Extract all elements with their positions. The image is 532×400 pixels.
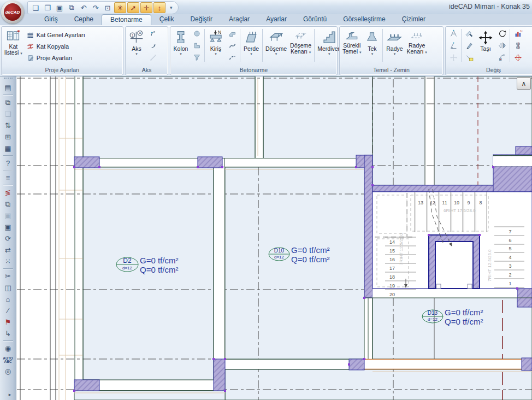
properties-window-icon[interactable]: ▤ [2,82,14,93]
extend-icon[interactable]: ∕ [2,305,14,316]
proje-ayarlari-button[interactable]: Proje Ayarları [24,52,87,63]
ribbon-tab[interactable]: Cephe [66,14,102,25]
label-tag-button[interactable] [463,52,476,63]
snap-point-toggle[interactable]: ➚ [127,2,139,13]
ribbon-tab[interactable]: Çizimler [394,14,434,25]
move-objects-icon[interactable]: ⇅ [2,120,14,131]
polygon-column-button[interactable] [190,40,203,51]
pick-table-icon[interactable]: ▦ [2,143,14,154]
mirror-button[interactable] [495,40,509,51]
stretch-button[interactable] [511,52,524,63]
node-move-icon [498,53,507,62]
corner-beam-button[interactable] [226,28,239,39]
project-settings-icon [26,54,34,62]
save-button[interactable]: ▣ [54,3,65,13]
toolbar-grip[interactable] [4,78,13,81]
select-pick-icon[interactable]: ❏ [2,108,14,120]
kat-genel-ayarlari-button[interactable]: Kat Genel Ayarları [24,30,87,40]
collapse-icon[interactable]: ▸ [4,389,16,400]
new-file-button[interactable]: ❏ [30,3,41,13]
circular-column-button[interactable] [190,28,203,39]
arc-beam-button[interactable] [226,52,239,63]
floor-plan[interactable]: 13 12 11 10 9 8 14 15 16 17 18 19 7 6 5 … [16,77,532,400]
slab-bottom-right [225,369,532,400]
align-button[interactable] [447,52,460,63]
measure-button[interactable] [463,28,476,39]
kiris-button[interactable]: Kiriş▾ [206,28,226,65]
find-icon[interactable]: ◎ [2,366,14,377]
split-button[interactable] [511,40,524,51]
doseme-button[interactable]: Döşeme▾ [264,28,288,65]
kat-kopyala-button[interactable]: Kat Kopyala [24,41,87,52]
quick-help-icon[interactable]: ? [2,157,14,169]
storey-copy-icon[interactable]: ≶ [2,187,14,198]
report-icon[interactable]: ≡ [2,172,14,184]
curved-beam-button[interactable] [226,40,239,51]
rotate-button[interactable] [495,28,509,39]
kat-listesi-button[interactable]: Kat listesi ▾ [3,28,24,65]
qat-customize-caret[interactable]: ▾ [170,5,173,10]
column-capital-button[interactable] [190,52,203,63]
undo-view-button[interactable]: ⊡ [102,3,113,13]
svg-text:D10: D10 [274,248,285,254]
copy-icon[interactable]: ⧉ [2,198,14,210]
angle-measure-icon [449,41,458,50]
arc-axis-button[interactable] [146,28,159,39]
radye-button[interactable]: Radye▾ [384,28,405,65]
ribbon-tab[interactable]: Giriş [36,14,66,25]
surekli-temel-button[interactable]: Sürekli Temel ▾ [341,28,363,65]
circular-axis-button[interactable] [146,40,159,51]
paste-special-icon[interactable]: ▣ [2,221,14,233]
trim-icon[interactable]: ✂ [2,270,14,282]
slab-edge-icon [292,28,310,43]
redo-button[interactable]: ↷ [90,3,101,13]
undo-button[interactable]: ↶ [78,3,89,13]
staircase[interactable]: 13 12 11 10 9 8 14 15 16 17 18 19 7 6 5 … [364,189,532,298]
rotate-paste-icon[interactable]: ⟳ [2,233,14,244]
perde-button[interactable]: Perde▾ [241,28,261,65]
ribbon-tab[interactable]: Çelik [151,14,182,25]
ribbon-tab[interactable]: Görselleştirme [335,14,393,25]
corner-pick-icon[interactable]: ↳ [2,328,14,339]
snap-perpendicular-toggle[interactable]: ✛ [140,2,152,13]
edit-pen-button[interactable] [463,40,476,51]
doseme-kenari-button[interactable]: Döşeme Kenarı ▾ [288,28,313,65]
scroll-up-button[interactable]: ∧ [517,77,531,90]
drawing-canvas[interactable]: ∧ [16,77,532,400]
ribbon-tab[interactable]: Ayarlar [258,14,295,25]
aks-button[interactable]: Aks▾ [127,28,146,65]
snap-polyline-toggle[interactable]: ✳ [114,2,126,13]
node-move-button[interactable] [495,52,509,63]
taper-button[interactable] [447,28,460,39]
tasi-button[interactable]: Taşı [476,29,495,66]
numbering-button[interactable] [511,28,524,39]
select-copy-icon[interactable]: ⧉ [2,97,14,108]
application-menu-button[interactable]: deCAD [1,1,24,23]
svg-text:G=0 tf/cm²: G=0 tf/cm² [445,308,483,317]
kolon-button[interactable]: Kolon▾ [172,28,190,65]
swap-icon[interactable]: ⇄ [2,244,14,256]
save-all-button[interactable]: ⧉ [66,3,77,13]
svg-text:1: 1 [509,281,511,286]
dimension-toggle[interactable]: ↕ [153,2,165,13]
paste-icon[interactable]: ▣ [2,210,14,221]
group-objects-icon[interactable]: ◉ [2,343,14,354]
solids-icon[interactable]: ⌂ [2,293,14,305]
ribbon-tab[interactable]: Görüntü [295,14,335,25]
ribbon-tab[interactable]: Araçlar [221,14,258,25]
section-icon[interactable]: ◫ [2,282,14,293]
open-file-button[interactable]: ❐ [42,3,53,13]
svg-text:15: 15 [389,248,395,254]
angle-measure-button[interactable] [447,40,460,51]
svg-text:d=12: d=12 [122,266,133,270]
axis-line-button[interactable] [146,52,159,63]
point-array-icon[interactable]: ⁙ [2,256,14,267]
ribbon-tab[interactable]: Değiştir [182,14,221,25]
radye-kenari-button[interactable]: Radye Kenarı ▾ [405,28,428,65]
ribbon-tab[interactable]: Betonarme [102,14,151,25]
slab-d13-region [373,298,532,359]
auto-label-icon[interactable]: AUTO ABC [2,354,14,366]
tek-temel-button[interactable]: Tek▾ [363,28,381,65]
measure-flag-icon[interactable]: ⚑ [2,316,14,328]
copy-objects-icon[interactable]: ⊞ [2,131,14,143]
